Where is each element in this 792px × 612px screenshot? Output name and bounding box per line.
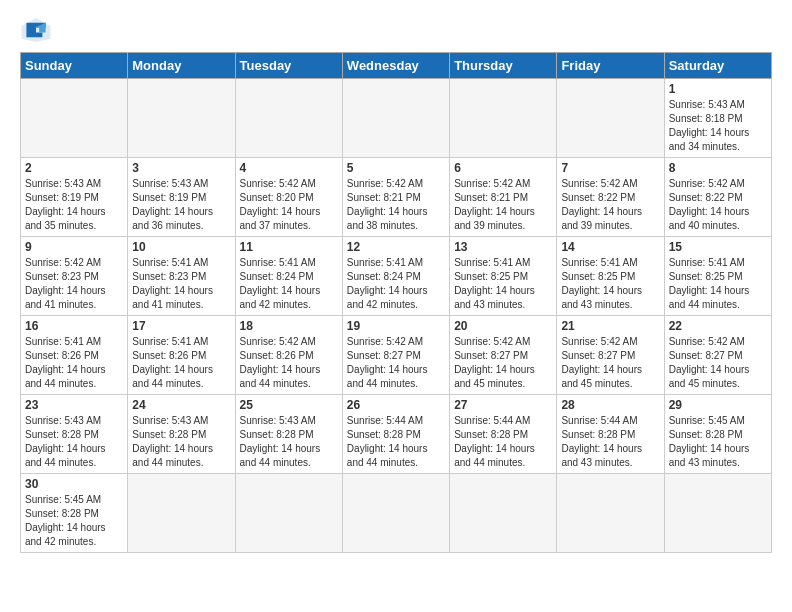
- day-number: 16: [25, 319, 123, 333]
- calendar-cell: 12Sunrise: 5:41 AM Sunset: 8:24 PM Dayli…: [342, 237, 449, 316]
- day-number: 5: [347, 161, 445, 175]
- calendar-cell: 13Sunrise: 5:41 AM Sunset: 8:25 PM Dayli…: [450, 237, 557, 316]
- logo: [20, 16, 56, 44]
- header: [20, 16, 772, 44]
- day-number: 15: [669, 240, 767, 254]
- day-number: 12: [347, 240, 445, 254]
- day-number: 17: [132, 319, 230, 333]
- calendar-cell: 7Sunrise: 5:42 AM Sunset: 8:22 PM Daylig…: [557, 158, 664, 237]
- calendar-cell: 21Sunrise: 5:42 AM Sunset: 8:27 PM Dayli…: [557, 316, 664, 395]
- day-info: Sunrise: 5:42 AM Sunset: 8:23 PM Dayligh…: [25, 256, 123, 312]
- day-number: 27: [454, 398, 552, 412]
- page: SundayMondayTuesdayWednesdayThursdayFrid…: [0, 0, 792, 569]
- calendar-week-0: 1Sunrise: 5:43 AM Sunset: 8:18 PM Daylig…: [21, 79, 772, 158]
- day-info: Sunrise: 5:42 AM Sunset: 8:26 PM Dayligh…: [240, 335, 338, 391]
- weekday-header-row: SundayMondayTuesdayWednesdayThursdayFrid…: [21, 53, 772, 79]
- weekday-header-monday: Monday: [128, 53, 235, 79]
- day-number: 22: [669, 319, 767, 333]
- calendar-cell: 17Sunrise: 5:41 AM Sunset: 8:26 PM Dayli…: [128, 316, 235, 395]
- calendar-cell: 26Sunrise: 5:44 AM Sunset: 8:28 PM Dayli…: [342, 395, 449, 474]
- calendar-cell: [664, 474, 771, 553]
- day-info: Sunrise: 5:43 AM Sunset: 8:19 PM Dayligh…: [25, 177, 123, 233]
- day-number: 26: [347, 398, 445, 412]
- logo-icon: [20, 16, 52, 44]
- calendar-cell: 24Sunrise: 5:43 AM Sunset: 8:28 PM Dayli…: [128, 395, 235, 474]
- calendar-cell: 6Sunrise: 5:42 AM Sunset: 8:21 PM Daylig…: [450, 158, 557, 237]
- day-number: 13: [454, 240, 552, 254]
- calendar-cell: 25Sunrise: 5:43 AM Sunset: 8:28 PM Dayli…: [235, 395, 342, 474]
- calendar-cell: 11Sunrise: 5:41 AM Sunset: 8:24 PM Dayli…: [235, 237, 342, 316]
- day-number: 10: [132, 240, 230, 254]
- calendar-week-4: 23Sunrise: 5:43 AM Sunset: 8:28 PM Dayli…: [21, 395, 772, 474]
- day-number: 2: [25, 161, 123, 175]
- calendar-cell: 20Sunrise: 5:42 AM Sunset: 8:27 PM Dayli…: [450, 316, 557, 395]
- day-number: 4: [240, 161, 338, 175]
- calendar-table: SundayMondayTuesdayWednesdayThursdayFrid…: [20, 52, 772, 553]
- calendar-cell: 18Sunrise: 5:42 AM Sunset: 8:26 PM Dayli…: [235, 316, 342, 395]
- calendar-cell: 8Sunrise: 5:42 AM Sunset: 8:22 PM Daylig…: [664, 158, 771, 237]
- calendar-week-3: 16Sunrise: 5:41 AM Sunset: 8:26 PM Dayli…: [21, 316, 772, 395]
- day-info: Sunrise: 5:43 AM Sunset: 8:28 PM Dayligh…: [132, 414, 230, 470]
- day-info: Sunrise: 5:41 AM Sunset: 8:26 PM Dayligh…: [132, 335, 230, 391]
- weekday-header-sunday: Sunday: [21, 53, 128, 79]
- calendar-cell: [21, 79, 128, 158]
- calendar-cell: 1Sunrise: 5:43 AM Sunset: 8:18 PM Daylig…: [664, 79, 771, 158]
- calendar-week-1: 2Sunrise: 5:43 AM Sunset: 8:19 PM Daylig…: [21, 158, 772, 237]
- day-info: Sunrise: 5:43 AM Sunset: 8:18 PM Dayligh…: [669, 98, 767, 154]
- calendar-cell: [128, 474, 235, 553]
- calendar-cell: 19Sunrise: 5:42 AM Sunset: 8:27 PM Dayli…: [342, 316, 449, 395]
- day-info: Sunrise: 5:43 AM Sunset: 8:28 PM Dayligh…: [25, 414, 123, 470]
- day-info: Sunrise: 5:42 AM Sunset: 8:21 PM Dayligh…: [454, 177, 552, 233]
- calendar-cell: 5Sunrise: 5:42 AM Sunset: 8:21 PM Daylig…: [342, 158, 449, 237]
- calendar-cell: 16Sunrise: 5:41 AM Sunset: 8:26 PM Dayli…: [21, 316, 128, 395]
- day-info: Sunrise: 5:42 AM Sunset: 8:22 PM Dayligh…: [669, 177, 767, 233]
- weekday-header-wednesday: Wednesday: [342, 53, 449, 79]
- weekday-header-thursday: Thursday: [450, 53, 557, 79]
- day-number: 28: [561, 398, 659, 412]
- day-number: 8: [669, 161, 767, 175]
- calendar-cell: [557, 79, 664, 158]
- day-number: 6: [454, 161, 552, 175]
- calendar-cell: 28Sunrise: 5:44 AM Sunset: 8:28 PM Dayli…: [557, 395, 664, 474]
- day-info: Sunrise: 5:42 AM Sunset: 8:27 PM Dayligh…: [669, 335, 767, 391]
- day-number: 18: [240, 319, 338, 333]
- day-number: 9: [25, 240, 123, 254]
- day-info: Sunrise: 5:41 AM Sunset: 8:25 PM Dayligh…: [561, 256, 659, 312]
- calendar-cell: [557, 474, 664, 553]
- calendar-week-2: 9Sunrise: 5:42 AM Sunset: 8:23 PM Daylig…: [21, 237, 772, 316]
- calendar-cell: 29Sunrise: 5:45 AM Sunset: 8:28 PM Dayli…: [664, 395, 771, 474]
- day-number: 23: [25, 398, 123, 412]
- day-info: Sunrise: 5:42 AM Sunset: 8:20 PM Dayligh…: [240, 177, 338, 233]
- calendar-cell: 23Sunrise: 5:43 AM Sunset: 8:28 PM Dayli…: [21, 395, 128, 474]
- calendar-cell: 15Sunrise: 5:41 AM Sunset: 8:25 PM Dayli…: [664, 237, 771, 316]
- day-number: 3: [132, 161, 230, 175]
- day-info: Sunrise: 5:42 AM Sunset: 8:27 PM Dayligh…: [347, 335, 445, 391]
- day-info: Sunrise: 5:44 AM Sunset: 8:28 PM Dayligh…: [561, 414, 659, 470]
- day-info: Sunrise: 5:41 AM Sunset: 8:25 PM Dayligh…: [669, 256, 767, 312]
- day-info: Sunrise: 5:41 AM Sunset: 8:24 PM Dayligh…: [240, 256, 338, 312]
- calendar-cell: [128, 79, 235, 158]
- day-info: Sunrise: 5:45 AM Sunset: 8:28 PM Dayligh…: [669, 414, 767, 470]
- day-number: 11: [240, 240, 338, 254]
- day-info: Sunrise: 5:42 AM Sunset: 8:22 PM Dayligh…: [561, 177, 659, 233]
- day-number: 21: [561, 319, 659, 333]
- day-info: Sunrise: 5:41 AM Sunset: 8:26 PM Dayligh…: [25, 335, 123, 391]
- weekday-header-saturday: Saturday: [664, 53, 771, 79]
- calendar-cell: 14Sunrise: 5:41 AM Sunset: 8:25 PM Dayli…: [557, 237, 664, 316]
- calendar-cell: 4Sunrise: 5:42 AM Sunset: 8:20 PM Daylig…: [235, 158, 342, 237]
- day-info: Sunrise: 5:43 AM Sunset: 8:19 PM Dayligh…: [132, 177, 230, 233]
- day-info: Sunrise: 5:41 AM Sunset: 8:23 PM Dayligh…: [132, 256, 230, 312]
- day-number: 20: [454, 319, 552, 333]
- day-info: Sunrise: 5:42 AM Sunset: 8:27 PM Dayligh…: [561, 335, 659, 391]
- day-info: Sunrise: 5:44 AM Sunset: 8:28 PM Dayligh…: [347, 414, 445, 470]
- day-info: Sunrise: 5:45 AM Sunset: 8:28 PM Dayligh…: [25, 493, 123, 549]
- calendar-cell: 9Sunrise: 5:42 AM Sunset: 8:23 PM Daylig…: [21, 237, 128, 316]
- calendar-cell: 10Sunrise: 5:41 AM Sunset: 8:23 PM Dayli…: [128, 237, 235, 316]
- day-number: 1: [669, 82, 767, 96]
- calendar-cell: [342, 79, 449, 158]
- calendar-cell: 3Sunrise: 5:43 AM Sunset: 8:19 PM Daylig…: [128, 158, 235, 237]
- weekday-header-tuesday: Tuesday: [235, 53, 342, 79]
- day-info: Sunrise: 5:41 AM Sunset: 8:25 PM Dayligh…: [454, 256, 552, 312]
- calendar-cell: [235, 79, 342, 158]
- day-info: Sunrise: 5:42 AM Sunset: 8:21 PM Dayligh…: [347, 177, 445, 233]
